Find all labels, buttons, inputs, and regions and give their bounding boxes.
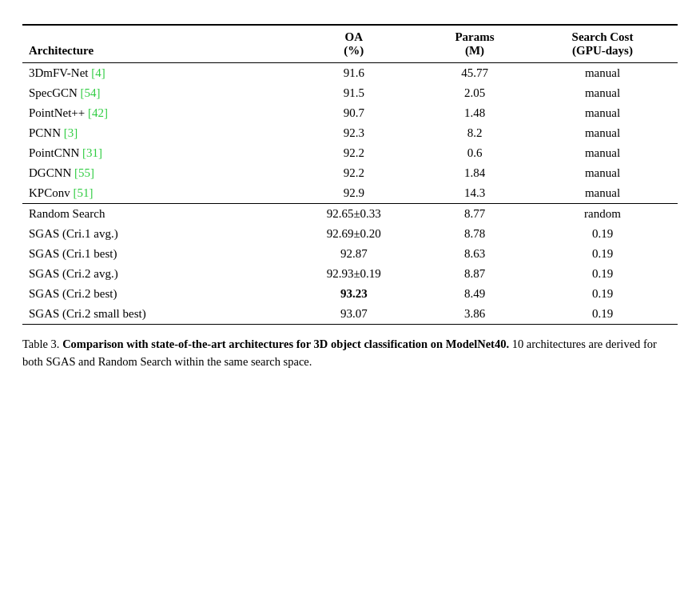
cell-cost: manual <box>527 63 678 84</box>
cell-oa: 91.5 <box>285 83 422 103</box>
cell-cost: manual <box>527 83 678 103</box>
cell-params: 2.05 <box>422 83 527 103</box>
cell-oa: 92.93±0.19 <box>285 264 422 284</box>
table-row: SGAS (Cri.2 avg.)92.93±0.198.870.19 <box>22 264 678 284</box>
comparison-table: Architecture OA(%) Params(M) Search Cost… <box>22 24 678 325</box>
table-row: SGAS (Cri.2 best)93.238.490.19 <box>22 284 678 304</box>
cell-params: 1.84 <box>422 163 527 183</box>
cell-arch: SGAS (Cri.1 avg.) <box>22 224 285 244</box>
cell-params: 8.77 <box>422 204 527 225</box>
cell-oa: 92.3 <box>285 123 422 143</box>
cell-arch: SGAS (Cri.2 best) <box>22 284 285 304</box>
cell-arch: PointNet++ [42] <box>22 103 285 123</box>
cell-arch: PCNN [3] <box>22 123 285 143</box>
table-header-row: Architecture OA(%) Params(M) Search Cost… <box>22 25 678 63</box>
cell-params: 3.86 <box>422 304 527 325</box>
cell-arch: PointCNN [31] <box>22 143 285 163</box>
cell-arch: KPConv [51] <box>22 183 285 204</box>
cell-params: 8.63 <box>422 244 527 264</box>
cell-oa: 92.87 <box>285 244 422 264</box>
caption-label: Table 3. <box>22 337 60 350</box>
cell-params: 8.2 <box>422 123 527 143</box>
cell-cost: 0.19 <box>527 304 678 325</box>
cell-cost: manual <box>527 143 678 163</box>
col-header-cost: Search Cost(GPU-days) <box>527 25 678 63</box>
table-row: KPConv [51]92.914.3manual <box>22 183 678 204</box>
cell-oa: 90.7 <box>285 103 422 123</box>
cell-oa: 91.6 <box>285 63 422 84</box>
cell-cost: 0.19 <box>527 244 678 264</box>
cell-oa: 92.2 <box>285 143 422 163</box>
table-row: PointCNN [31]92.20.6manual <box>22 143 678 163</box>
table-row: DGCNN [55]92.21.84manual <box>22 163 678 183</box>
col-header-architecture: Architecture <box>22 25 285 63</box>
cell-oa: 92.69±0.20 <box>285 224 422 244</box>
table-row: SGAS (Cri.1 best)92.878.630.19 <box>22 244 678 264</box>
table-row: SGAS (Cri.1 avg.)92.69±0.208.780.19 <box>22 224 678 244</box>
cell-params: 0.6 <box>422 143 527 163</box>
cell-cost: manual <box>527 183 678 204</box>
cell-cost: random <box>527 204 678 225</box>
cell-params: 8.78 <box>422 224 527 244</box>
cell-arch: DGCNN [55] <box>22 163 285 183</box>
caption-bold: Comparison with state-of-the-art archite… <box>62 337 509 350</box>
cell-params: 14.3 <box>422 183 527 204</box>
table-row: PointNet++ [42]90.71.48manual <box>22 103 678 123</box>
table-row: SpecGCN [54]91.52.05manual <box>22 83 678 103</box>
table-row: Random Search92.65±0.338.77random <box>22 204 678 225</box>
table-row: 3DmFV-Net [4]91.645.77manual <box>22 63 678 84</box>
cell-cost: manual <box>527 103 678 123</box>
cell-arch: SGAS (Cri.1 best) <box>22 244 285 264</box>
cell-arch: 3DmFV-Net [4] <box>22 63 285 84</box>
cell-oa: 92.65±0.33 <box>285 204 422 225</box>
cell-params: 8.87 <box>422 264 527 284</box>
col-header-params: Params(M) <box>422 25 527 63</box>
cell-arch: Random Search <box>22 204 285 225</box>
main-container: Architecture OA(%) Params(M) Search Cost… <box>22 16 678 379</box>
cell-cost: 0.19 <box>527 224 678 244</box>
cell-cost: 0.19 <box>527 284 678 304</box>
cell-params: 45.77 <box>422 63 527 84</box>
cell-arch: SpecGCN [54] <box>22 83 285 103</box>
table-caption: Table 3. Comparison with state-of-the-ar… <box>22 336 678 371</box>
table-row: PCNN [3]92.38.2manual <box>22 123 678 143</box>
cell-oa: 93.23 <box>285 284 422 304</box>
cell-oa: 92.2 <box>285 163 422 183</box>
cell-arch: SGAS (Cri.2 avg.) <box>22 264 285 284</box>
cell-cost: manual <box>527 163 678 183</box>
table-row: SGAS (Cri.2 small best)93.073.860.19 <box>22 304 678 325</box>
col-header-oa: OA(%) <box>285 25 422 63</box>
cell-cost: manual <box>527 123 678 143</box>
cell-oa: 92.9 <box>285 183 422 204</box>
cell-arch: SGAS (Cri.2 small best) <box>22 304 285 325</box>
cell-params: 1.48 <box>422 103 527 123</box>
cell-cost: 0.19 <box>527 264 678 284</box>
cell-params: 8.49 <box>422 284 527 304</box>
cell-oa: 93.07 <box>285 304 422 325</box>
